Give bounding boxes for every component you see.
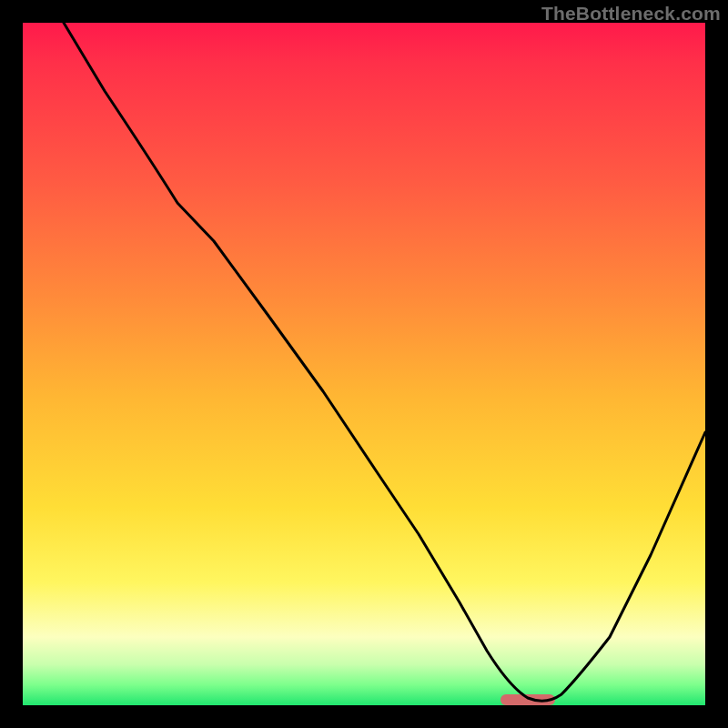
chart-svg [23,23,705,705]
watermark-text: TheBottleneck.com [541,3,721,25]
bottleneck-curve [64,23,705,701]
chart-container: TheBottleneck.com [0,0,728,728]
plot-area [23,23,705,705]
